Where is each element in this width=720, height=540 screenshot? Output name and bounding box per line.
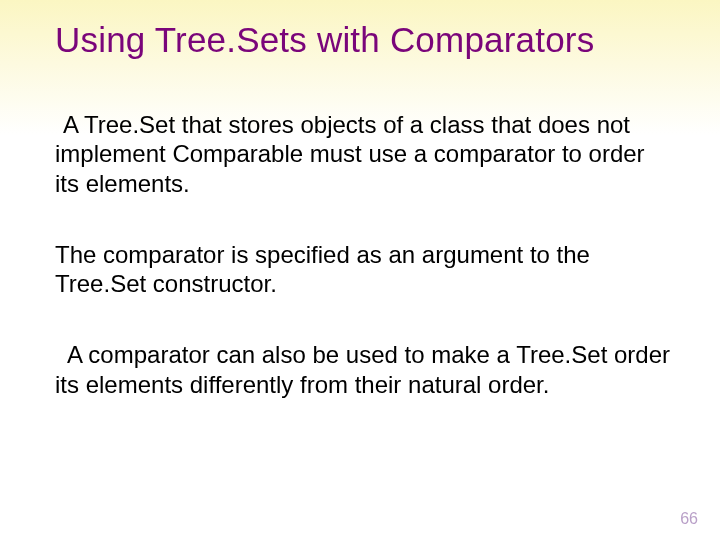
slide: Using Tree.Sets with Comparators A Tree.… — [0, 0, 720, 540]
slide-title: Using Tree.Sets with Comparators — [55, 20, 690, 60]
slide-body: A Tree.Set that stores objects of a clas… — [55, 110, 672, 399]
paragraph-1: A Tree.Set that stores objects of a clas… — [55, 110, 672, 198]
page-number: 66 — [680, 510, 698, 528]
paragraph-3: A comparator can also be used to make a … — [55, 340, 672, 399]
paragraph-2: The comparator is specified as an argume… — [55, 240, 672, 299]
